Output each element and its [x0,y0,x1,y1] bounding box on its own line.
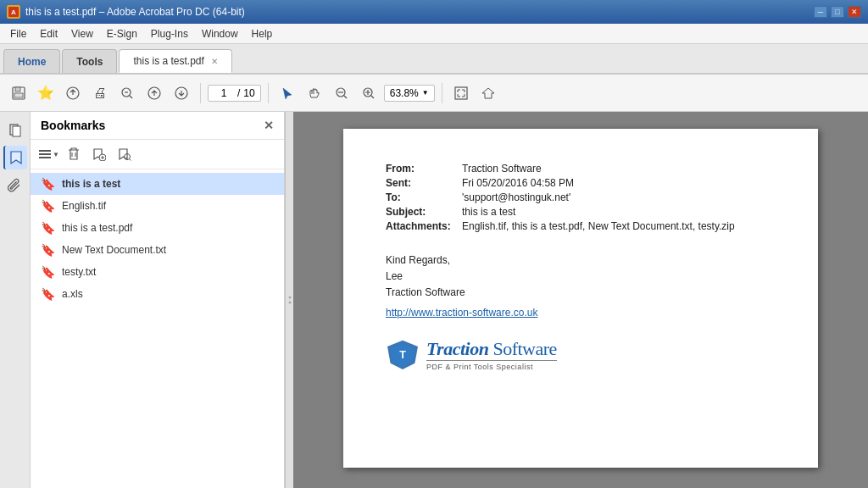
zoom-value: 63.8% [390,87,419,99]
email-from-row: From: Traction Software [386,163,776,175]
bookmark-item-3[interactable]: 🔖 New Text Document.txt [31,239,284,261]
brand-name: Traction Software [426,338,557,360]
bookmark-icon-1: 🔖 [41,199,55,213]
menu-edit[interactable]: Edit [33,25,64,42]
svg-point-19 [288,297,291,299]
menu-window[interactable]: Window [195,25,245,42]
brand-divider [426,360,557,361]
upload-button[interactable] [61,81,85,105]
page-navigator: 1 / 10 [208,85,261,102]
bookmarks-title: Bookmarks [41,119,105,132]
cursor-tool-button[interactable] [275,81,299,105]
panel-resize-handle[interactable] [285,112,293,488]
bookmark-item-0[interactable]: 🔖 this is a test [31,173,284,195]
email-to-row: To: 'support@hostinguk.net' [386,191,776,203]
sent-label: Sent: [386,177,462,189]
toolbar-separator-2 [268,83,269,103]
brand-text: Traction Software PDF & Print Tools Spec… [426,338,557,371]
svg-rect-15 [39,153,51,155]
email-attachments-row: Attachments: English.tif, this is a test… [386,220,776,232]
bookmarks-list: 🔖 this is a test 🔖 English.tif 🔖 this is… [31,169,284,488]
bm-options-button[interactable]: ▼ [37,143,59,165]
from-value: Traction Software [462,163,542,175]
tab-tools-label: Tools [76,56,103,68]
bookmarks-panel: Bookmarks ✕ ▼ 🔖 this is a test [31,112,285,488]
svg-point-20 [288,302,291,304]
sidebar-icon-attachments[interactable] [3,173,27,197]
menu-plugins[interactable]: Plug-Ins [144,25,195,42]
bookmark-label-3: New Text Document.txt [62,244,166,256]
page-down-button[interactable] [170,81,193,105]
to-value: 'support@hostinguk.net' [462,191,570,203]
tab-document[interactable]: this is a test.pdf ✕ [119,49,231,73]
bookmark-item-5[interactable]: 🔖 a.xls [31,283,284,305]
bookmark-icon-5: 🔖 [41,287,55,301]
window-title: this is a test.pdf – Adobe Acrobat Pro D… [25,6,814,18]
tab-home[interactable]: Home [3,49,60,73]
company-link[interactable]: http://www.traction-software.co.uk [386,307,537,319]
bookmark-button[interactable]: ⭐ [34,81,58,105]
close-button[interactable]: ✕ [848,6,861,18]
zoom-out-button[interactable] [115,81,139,105]
window-controls: ─ □ ✕ [814,6,861,18]
page-total: 10 [243,87,254,99]
bookmark-icon-3: 🔖 [41,243,55,257]
page-number-input[interactable]: 1 [214,87,234,99]
bm-find-button[interactable] [114,143,136,165]
from-label: From: [386,163,462,175]
tab-close-button[interactable]: ✕ [211,57,218,66]
bookmarks-toolbar: ▼ [31,140,284,169]
main-area: Bookmarks ✕ ▼ 🔖 this is a test [0,112,868,488]
bookmark-item-4[interactable]: 🔖 testy.txt [31,261,284,283]
zoom-dropdown-icon[interactable]: ▼ [422,89,429,97]
print-button[interactable]: 🖨 [88,81,112,105]
fit-page-button[interactable] [449,81,473,105]
sidebar-icon-bookmarks[interactable] [3,146,27,169]
save-button[interactable] [7,81,31,105]
zoom-in-tool[interactable] [357,81,381,105]
tab-document-label: this is a test.pdf [133,55,203,67]
bookmark-label-0: this is a test [62,178,120,190]
email-subject-row: Subject: this is a test [386,206,776,218]
toolbar-separator [200,83,201,103]
subject-value: this is a test [462,206,515,218]
bookmark-item-1[interactable]: 🔖 English.tif [31,195,284,217]
body-text: Kind Regards,LeeTraction Software [386,252,776,302]
sidebar-icon-pages[interactable] [3,119,27,142]
bm-add-button[interactable] [88,143,110,165]
bookmarks-close-button[interactable]: ✕ [264,119,274,132]
sent-value: Fri 05/20/2016 04:58 PM [462,177,574,189]
brand-logo: T Traction Software PDF & Print Tools Sp… [386,338,776,371]
zoom-display[interactable]: 63.8% ▼ [384,85,435,102]
email-headers: From: Traction Software Sent: Fri 05/20/… [386,163,776,232]
tab-tools[interactable]: Tools [62,49,117,73]
svg-text:A: A [11,8,16,16]
subject-label: Subject: [386,206,462,218]
bm-delete-button[interactable] [63,143,85,165]
pdf-view-area[interactable]: From: Traction Software Sent: Fri 05/20/… [293,112,868,488]
bookmark-item-2[interactable]: 🔖 this is a test.pdf [31,217,284,239]
toolbar-separator-3 [442,83,442,103]
brand-shield-icon: T [386,339,420,369]
zoom-out-tool[interactable] [330,81,353,105]
tab-home-label: Home [18,56,46,68]
page-up-button[interactable] [142,81,166,105]
bookmark-label-2: this is a test.pdf [62,222,132,234]
svg-text:T: T [399,349,406,361]
arrange-button[interactable] [476,81,500,105]
attachments-value: English.tif, this is a test.pdf, New Tex… [462,220,735,232]
title-bar: A this is a test.pdf – Adobe Acrobat Pro… [0,0,868,24]
menu-view[interactable]: View [64,25,100,42]
page-separator: / [237,87,240,99]
maximize-button[interactable]: □ [831,6,844,18]
svg-rect-4 [14,93,23,97]
svg-rect-16 [39,157,51,158]
menu-help[interactable]: Help [245,25,280,42]
hand-tool-button[interactable] [303,81,326,105]
bookmarks-header: Bookmarks ✕ [31,112,284,140]
minimize-button[interactable]: ─ [814,6,827,18]
menu-esign[interactable]: E-Sign [100,25,144,42]
left-sidebar-icons [0,112,31,488]
bookmark-label-4: testy.txt [62,266,96,278]
menu-file[interactable]: File [3,25,33,42]
